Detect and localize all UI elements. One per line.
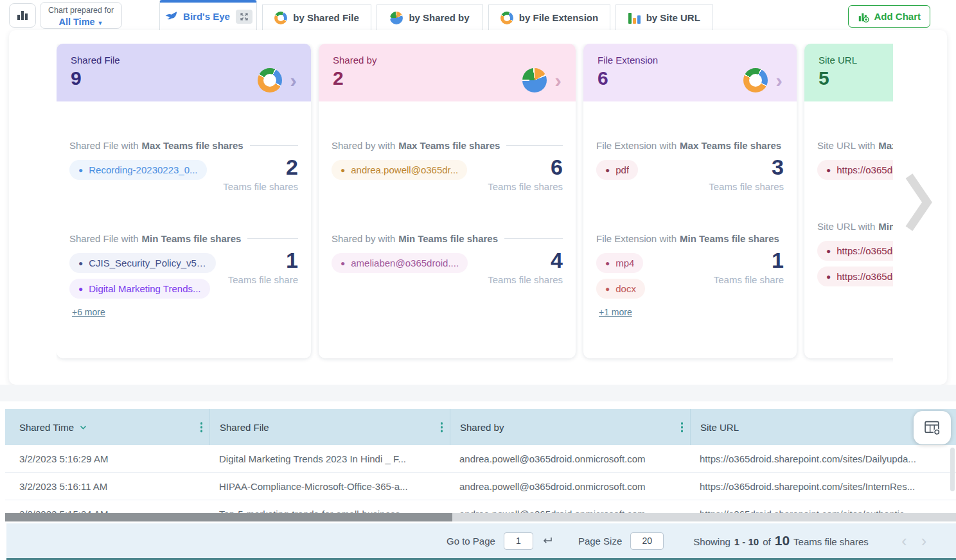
enter-icon — [542, 536, 553, 545]
file-shares-table: Shared Time Shared File Shared by Site U… — [5, 409, 956, 521]
add-chart-icon — [858, 11, 869, 22]
tab-by-shared-by[interactable]: by Shared by — [376, 4, 483, 30]
toolbar: Chart prepared for All Time▼ Bird's Eye … — [0, 0, 956, 30]
page-size-input[interactable] — [630, 532, 664, 550]
min-section: File Extension withMin Teams file shares… — [596, 233, 784, 317]
summary-card-site-url[interactable]: Site URL 5 › Site URL withMax Teams file… — [804, 44, 893, 358]
min-value: 1 — [228, 249, 298, 271]
showing-total: 10 — [775, 533, 790, 548]
summary-card-shared-by[interactable]: Shared by 2 › Shared by withMax Teams fi… — [319, 44, 576, 358]
card-count: 2 — [333, 67, 376, 89]
min-value: 1 — [714, 249, 784, 271]
table-row[interactable]: 3/2/2023 5:16:29 AM Digital Marketing Tr… — [5, 445, 956, 473]
cell-shared-by: andrea.powell@o365droid.onmicrosoft.com — [450, 481, 690, 492]
cell-shared-time: 3/2/2023 5:16:29 AM — [5, 453, 209, 464]
pie-chart-icon — [390, 12, 403, 24]
expand-icon[interactable] — [236, 10, 252, 24]
caret-down-icon: ▼ — [98, 20, 103, 26]
donut-chart-icon — [743, 68, 768, 92]
table-body: 3/2/2023 5:16:29 AM Digital Marketing Tr… — [5, 445, 956, 521]
entity-pill[interactable]: ●https://o365droid... — [817, 241, 893, 261]
column-menu-icon[interactable] — [200, 422, 203, 432]
table-row[interactable]: 3/2/2023 5:16:11 AM HIPAA-Compliance-Mic… — [5, 473, 956, 500]
cell-site-url: https://o365droid.sharepoint.com/sites/I… — [690, 481, 956, 492]
max-unit: Teams file shares — [709, 181, 784, 192]
tab-by-site-url[interactable]: by Site URL — [615, 4, 713, 30]
entity-pill[interactable]: ●docx — [596, 279, 645, 299]
max-value: 3 — [709, 156, 784, 178]
cell-shared-file: HIPAA-Compliance-Microsoft-Office-365-a.… — [209, 481, 450, 492]
add-chart-label: Add Chart — [874, 11, 921, 22]
chart-prepared-for-dropdown[interactable]: Chart prepared for All Time▼ — [40, 2, 122, 29]
section-label: Shared File with — [69, 233, 139, 244]
section-label: Shared by with — [332, 140, 395, 151]
donut-chart-icon — [258, 68, 282, 92]
vertical-scrollbar[interactable] — [950, 448, 955, 491]
tab-label: by File Extension — [519, 12, 598, 23]
sort-descending-icon[interactable] — [80, 425, 87, 430]
column-label: Site URL — [700, 422, 739, 433]
prev-page-button[interactable]: ‹ — [901, 533, 907, 549]
tab-label: by Shared by — [409, 12, 469, 23]
chevron-right-icon[interactable]: › — [290, 70, 297, 91]
min-unit: Teams file share — [228, 274, 298, 285]
column-settings-button[interactable] — [914, 411, 951, 444]
column-header-shared-file[interactable]: Shared File — [209, 409, 450, 445]
summary-card-file-extension[interactable]: File Extension 6 › File Extension withMa… — [583, 44, 797, 358]
entity-pill[interactable]: ●Recording-20230223_0... — [69, 160, 207, 180]
chart-view-button[interactable] — [9, 3, 36, 28]
entity-pill[interactable]: ●andrea.powell@o365dr... — [332, 160, 467, 180]
horizontal-scrollbar[interactable] — [5, 513, 956, 521]
column-header-shared-time[interactable]: Shared Time — [5, 409, 209, 445]
column-settings-icon — [924, 419, 941, 436]
add-chart-button[interactable]: Add Chart — [848, 5, 931, 28]
more-link[interactable]: +6 more — [72, 307, 105, 317]
tab-by-file-extension[interactable]: by File Extension — [488, 4, 610, 30]
entity-pill[interactable]: ●mp4 — [596, 253, 643, 273]
birds-eye-panel: Shared File 9 › Shared File withMax Team… — [9, 30, 947, 385]
summary-card-shared-file[interactable]: Shared File 9 › Shared File withMax Team… — [57, 44, 311, 358]
entity-pill[interactable]: ●Digital Marketing Trends... — [69, 279, 210, 299]
max-section: Shared by withMax Teams file shares ●and… — [332, 140, 563, 192]
carousel-next-button[interactable] — [905, 170, 933, 237]
section-label: Shared File with — [69, 140, 139, 151]
min-unit: Teams file shares — [488, 274, 563, 285]
card-title: File Extension — [598, 55, 658, 66]
cell-shared-by: andrea.powell@o365droid.onmicrosoft.com — [450, 453, 690, 464]
entity-pill[interactable]: ●https://o365droid... — [817, 267, 893, 286]
column-menu-icon[interactable] — [681, 422, 684, 432]
card-title: Shared by — [333, 55, 376, 66]
prepared-for-label: Chart prepared for — [40, 6, 121, 16]
next-page-button[interactable]: › — [921, 533, 926, 549]
more-link[interactable]: +1 more — [599, 307, 632, 317]
min-section: Shared by withMin Teams file shares ●ame… — [332, 233, 563, 285]
entity-pill[interactable]: ●https://o365droid... — [817, 160, 893, 180]
showing-range: 1 - 10 — [734, 536, 759, 547]
column-header-shared-by[interactable]: Shared by — [450, 409, 690, 445]
bar-chart-icon — [16, 10, 29, 21]
tab-label: by Shared File — [293, 12, 359, 23]
card-header: File Extension 6 › — [583, 44, 797, 101]
bird-icon — [164, 11, 177, 22]
column-menu-icon[interactable] — [441, 422, 443, 432]
scrollbar-thumb[interactable] — [5, 513, 452, 521]
chevron-right-icon[interactable]: › — [554, 70, 562, 91]
bar-chart-icon — [628, 12, 641, 24]
donut-chart-icon — [274, 12, 287, 24]
entity-pill[interactable]: ●pdf — [596, 160, 638, 180]
max-unit: Teams file shares — [488, 181, 563, 192]
tab-birds-eye[interactable]: Bird's Eye — [159, 0, 257, 30]
card-count: 6 — [598, 67, 658, 89]
max-value: 6 — [488, 156, 563, 178]
chevron-right-icon[interactable]: › — [775, 70, 783, 91]
section-label: Shared by with — [332, 233, 395, 244]
card-title: Site URL — [819, 55, 857, 66]
donut-chart-icon — [500, 12, 513, 24]
goto-page-input[interactable] — [504, 532, 533, 550]
table-header-row: Shared Time Shared File Shared by Site U… — [5, 409, 956, 445]
entity-pill[interactable]: ●CJIS_Security_Policy_v5-9... — [69, 253, 216, 273]
tab-by-shared-file[interactable]: by Shared File — [262, 4, 371, 30]
section-divider — [0, 385, 956, 401]
max-section: File Extension withMax Teams file shares… — [596, 140, 784, 192]
entity-pill[interactable]: ●ameliaben@o365droid.... — [332, 253, 468, 273]
